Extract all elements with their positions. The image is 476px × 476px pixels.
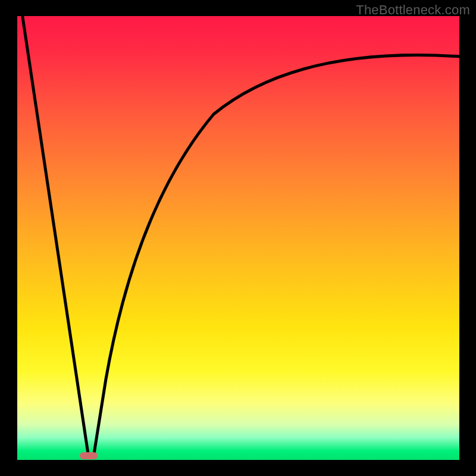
watermark-text: TheBottleneck.com [356, 2, 470, 18]
chart-frame: TheBottleneck.com [0, 0, 476, 476]
bottleneck-curve [17, 16, 459, 460]
optimal-point-marker [80, 452, 98, 459]
plot-area [17, 16, 459, 460]
curve-right-branch [93, 55, 459, 458]
curve-left-branch [22, 16, 89, 458]
